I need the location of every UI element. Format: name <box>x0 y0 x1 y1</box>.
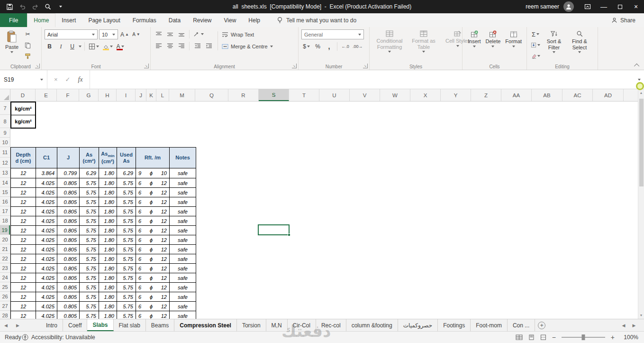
cell-I19[interactable]: 5.75 <box>117 226 136 235</box>
italic-button[interactable]: I <box>56 42 66 51</box>
column-header-Z[interactable]: Z <box>471 89 501 101</box>
tell-me-box[interactable]: Tell me what you want to do <box>277 13 356 27</box>
header-cell-rft[interactable]: Rft. /m <box>136 148 170 168</box>
cell-I15[interactable]: 5.75 <box>117 188 136 197</box>
share-button[interactable]: Share <box>611 13 644 27</box>
cell-H14[interactable]: 1.80 <box>99 178 117 188</box>
collapse-ribbon-button[interactable] <box>635 64 639 67</box>
column-header-J[interactable]: J <box>136 89 146 101</box>
cell-H18[interactable]: 1.80 <box>99 216 117 226</box>
redo-button[interactable] <box>29 1 41 12</box>
format-cells-button[interactable]: Format <box>503 29 524 62</box>
cell-D7[interactable]: kg/cm² <box>11 102 35 115</box>
column-header-F[interactable]: F <box>57 89 79 101</box>
align-top-button[interactable] <box>154 29 163 39</box>
hscroll-left-arrow[interactable]: ◀ <box>619 321 628 330</box>
cell-I23[interactable]: 5.75 <box>117 264 136 273</box>
row-header-16[interactable]: 16 <box>0 197 10 206</box>
cell-G22[interactable]: 5.75 <box>80 254 99 264</box>
row-header-15[interactable]: 15 <box>0 187 10 197</box>
cell-D22[interactable]: 12 <box>11 254 36 264</box>
cell-rft-22[interactable]: 6ϕ12 <box>136 254 170 264</box>
cell-F13[interactable]: 0.799 <box>57 168 80 178</box>
cell-H26[interactable]: 1.80 <box>99 292 117 302</box>
sheet-canvas[interactable]: kg/cm² kg/cm² Depthd (cm) C1 J As(cm²) A… <box>10 102 638 319</box>
percent-format-button[interactable]: % <box>313 42 323 51</box>
cell-H22[interactable]: 1.80 <box>99 254 117 264</box>
cell-H24[interactable]: 1.80 <box>99 273 117 283</box>
active-cell-selection[interactable] <box>258 224 290 235</box>
row-header-26[interactable]: 26 <box>0 292 10 301</box>
cell-E13[interactable]: 3.864 <box>36 168 57 178</box>
cell-D28[interactable]: 12 <box>11 311 36 319</box>
font-dialog-launcher[interactable]: ↘ <box>144 64 149 68</box>
cell-M25[interactable]: safe <box>170 283 196 292</box>
header-cell-depth[interactable]: Depthd (cm) <box>11 148 36 168</box>
cell-M27[interactable]: safe <box>170 302 196 311</box>
underline-button[interactable]: U <box>67 42 77 51</box>
merge-centre-button[interactable]: Merge & Centre <box>222 41 273 51</box>
cell-I25[interactable]: 5.75 <box>117 283 136 292</box>
page-break-view-button[interactable] <box>540 334 546 340</box>
cell-F16[interactable]: 0.805 <box>57 197 80 207</box>
cell-rft-25[interactable]: 6ϕ12 <box>136 283 170 292</box>
align-center-button[interactable] <box>165 41 175 51</box>
sheet-tab-column-footing[interactable]: column &footing <box>346 319 398 331</box>
align-bottom-button[interactable] <box>176 29 186 39</box>
cell-G21[interactable]: 5.75 <box>80 245 99 254</box>
row-header-19[interactable]: 19 <box>0 225 10 235</box>
cell-D27[interactable]: 12 <box>11 302 36 311</box>
ribbon-tab-view[interactable]: View <box>218 13 243 27</box>
cell-rft-21[interactable]: 6ϕ12 <box>136 245 170 254</box>
cell-F25[interactable]: 0.805 <box>57 283 80 292</box>
cell-G20[interactable]: 5.75 <box>80 235 99 245</box>
cell-M26[interactable]: safe <box>170 292 196 302</box>
cell-F27[interactable]: 0.805 <box>57 302 80 311</box>
column-header-G[interactable]: G <box>79 89 99 101</box>
row-header-18[interactable]: 18 <box>0 216 10 225</box>
cell-F17[interactable]: 0.805 <box>57 207 80 216</box>
cell-G13[interactable]: 6.29 <box>80 168 99 178</box>
cell-D24[interactable]: 12 <box>11 273 36 283</box>
sheet-tab-flat-slab[interactable]: Flat slab <box>114 319 146 331</box>
shrink-font-button[interactable]: A▼ <box>131 30 141 39</box>
maximize-button[interactable] <box>612 0 628 13</box>
cell-H25[interactable]: 1.80 <box>99 283 117 292</box>
cell-rft-23[interactable]: 6ϕ12 <box>136 264 170 273</box>
cell-F26[interactable]: 0.805 <box>57 292 80 302</box>
cell-H17[interactable]: 1.80 <box>99 207 117 216</box>
column-header-E[interactable]: E <box>36 89 57 101</box>
row-header-21[interactable]: 21 <box>0 244 10 254</box>
font-name-select[interactable]: Arial <box>45 29 98 39</box>
cell-E14[interactable]: 4.025 <box>36 178 57 188</box>
cell-G16[interactable]: 5.75 <box>80 197 99 207</box>
ribbon-tab-review[interactable]: Review <box>187 13 218 27</box>
cell-E20[interactable]: 4.025 <box>36 235 57 245</box>
cell-E18[interactable]: 4.025 <box>36 216 57 226</box>
cell-F21[interactable]: 0.805 <box>57 245 80 254</box>
cell-F20[interactable]: 0.805 <box>57 235 80 245</box>
zoom-level[interactable]: 100% <box>620 334 638 341</box>
number-format-select[interactable]: General <box>301 29 364 39</box>
cell-E16[interactable]: 4.025 <box>36 197 57 207</box>
cell-D17[interactable]: 12 <box>11 207 36 216</box>
page-layout-view-button[interactable] <box>528 334 535 340</box>
column-header-U[interactable]: U <box>319 89 350 101</box>
row-header-23[interactable]: 23 <box>0 263 10 273</box>
cell-F22[interactable]: 0.805 <box>57 254 80 264</box>
cell-E22[interactable]: 4.025 <box>36 254 57 264</box>
account-name[interactable]: reem sameer <box>526 3 559 10</box>
avatar[interactable] <box>563 1 574 12</box>
clear-button[interactable] <box>530 51 541 61</box>
ribbon-tab-data[interactable]: Data <box>163 13 187 27</box>
cell-I28[interactable]: 5.75 <box>117 311 136 319</box>
cell-F23[interactable]: 0.805 <box>57 264 80 273</box>
copy-button[interactable] <box>23 40 33 50</box>
cell-F18[interactable]: 0.805 <box>57 216 80 226</box>
format-as-table-button[interactable]: Format as Table <box>407 29 441 62</box>
cell-G28[interactable]: 5.75 <box>80 311 99 319</box>
alignment-dialog-launcher[interactable]: ↘ <box>292 64 297 68</box>
cell-rft-28[interactable]: 6ϕ12 <box>136 311 170 319</box>
cell-G26[interactable]: 5.75 <box>80 292 99 302</box>
sheet-tab-con[interactable]: Con ... <box>508 319 535 331</box>
